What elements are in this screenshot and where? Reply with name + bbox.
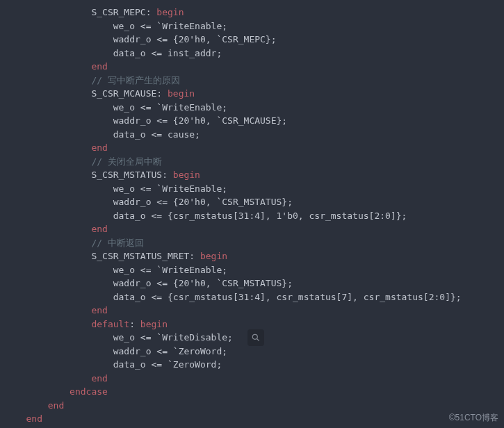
keyword-end: end — [26, 413, 42, 424]
keyword-begin: begin — [200, 251, 227, 261]
stmt: data_o <= inst_addr; — [113, 48, 222, 58]
comment: // 中断返回 — [91, 238, 143, 248]
stmt: waddr_o <= {20'h0, `CSR_MEPC}; — [113, 34, 277, 44]
keyword-begin: begin — [140, 319, 168, 329]
svg-line-1 — [257, 339, 259, 341]
keyword-end: end — [91, 373, 107, 384]
keyword-default: default — [91, 319, 129, 329]
svg-point-0 — [252, 334, 257, 339]
stmt: waddr_o <= {20'h0, `CSR_MSTATUS}; — [113, 278, 293, 288]
stmt: waddr_o <= {20'h0, `CSR_MCAUSE}; — [113, 115, 287, 126]
keyword-end: end — [91, 61, 107, 72]
code-block: S_CSR_MEPC: begin we_o <= `WriteEnable; … — [0, 0, 504, 428]
keyword-end: end — [91, 305, 107, 315]
stmt: waddr_o <= {20'h0, `CSR_MSTATUS}; — [113, 197, 293, 207]
search-icon[interactable] — [247, 329, 264, 346]
keyword-begin: begin — [173, 170, 200, 180]
stmt: data_o <= {csr_mstatus[31:4], csr_mstatu… — [113, 292, 462, 302]
case-label: S_CSR_MEPC — [91, 7, 145, 17]
keyword-end: end — [48, 400, 64, 411]
keyword-begin: begin — [168, 88, 195, 99]
stmt: data_o <= {csr_mstatus[31:4], 1'b0, csr_… — [113, 211, 407, 221]
stmt: data_o <= `ZeroWord; — [113, 359, 222, 370]
keyword-endcase: endcase — [70, 386, 108, 397]
stmt: we_o <= `WriteEnable; — [113, 265, 227, 275]
keyword-end: end — [91, 142, 107, 153]
stmt: data_o <= cause; — [113, 129, 200, 140]
stmt: we_o <= `WriteEnable; — [113, 21, 227, 31]
comment: // 写中断产生的原因 — [91, 75, 179, 85]
stmt: we_o <= `WriteEnable; — [113, 102, 227, 113]
stmt: we_o <= `WriteDisable; — [113, 332, 233, 343]
keyword-begin: begin — [156, 7, 184, 17]
case-label: S_CSR_MSTATUS_MRET — [91, 251, 189, 261]
comment: // 关闭全局中断 — [91, 156, 161, 167]
stmt: waddr_o <= `ZeroWord; — [113, 346, 227, 356]
keyword-end: end — [91, 224, 107, 234]
watermark: ©51CTO博客 — [449, 411, 498, 424]
case-label: S_CSR_MCAUSE — [91, 88, 156, 99]
stmt: we_o <= `WriteEnable; — [113, 183, 227, 194]
case-label: S_CSR_MSTATUS — [91, 170, 162, 180]
